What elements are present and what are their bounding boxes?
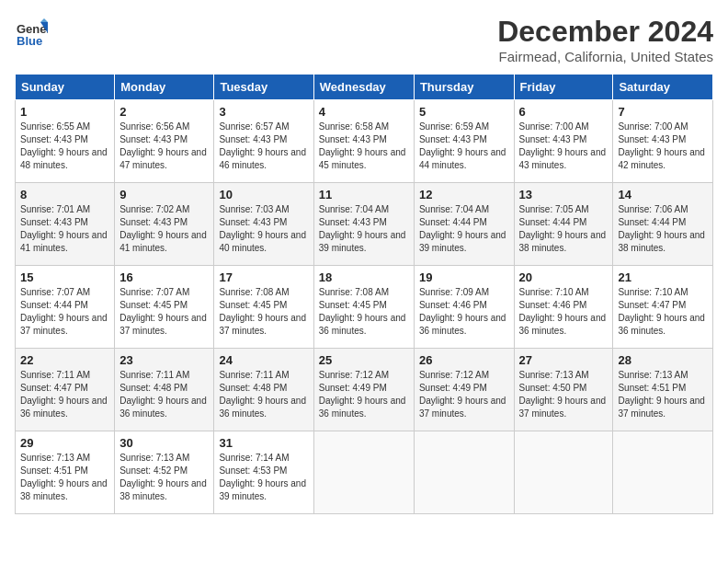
day-info: Sunrise: 7:13 AM Sunset: 4:52 PM Dayligh… [119,452,209,503]
calendar-cell: 5 Sunrise: 6:59 AM Sunset: 4:43 PM Dayli… [414,100,514,183]
day-info: Sunrise: 7:13 AM Sunset: 4:51 PM Dayligh… [20,452,109,503]
day-number: 16 [119,270,209,284]
calendar-cell: 14 Sunrise: 7:06 AM Sunset: 4:44 PM Dayl… [613,183,713,266]
day-number: 7 [618,105,708,119]
weekday-header-friday: Friday [514,75,613,100]
day-number: 27 [519,353,609,367]
day-info: Sunrise: 7:07 AM Sunset: 4:45 PM Dayligh… [119,286,209,338]
day-info: Sunrise: 7:11 AM Sunset: 4:47 PM Dayligh… [20,369,109,420]
weekday-header-sunday: Sunday [16,75,115,100]
day-info: Sunrise: 7:14 AM Sunset: 4:53 PM Dayligh… [219,452,308,503]
day-number: 12 [419,188,509,201]
day-info: Sunrise: 7:11 AM Sunset: 4:48 PM Dayligh… [219,369,308,420]
day-number: 6 [519,105,609,119]
day-info: Sunrise: 7:06 AM Sunset: 4:44 PM Dayligh… [618,203,708,255]
calendar-week-2: 8 Sunrise: 7:01 AM Sunset: 4:43 PM Dayli… [16,183,713,266]
svg-text:Blue: Blue [17,34,42,48]
day-info: Sunrise: 7:04 AM Sunset: 4:43 PM Dayligh… [319,203,409,255]
day-info: Sunrise: 7:11 AM Sunset: 4:48 PM Dayligh… [119,369,209,420]
calendar-cell: 6 Sunrise: 7:00 AM Sunset: 4:43 PM Dayli… [514,100,613,183]
day-info: Sunrise: 6:57 AM Sunset: 4:43 PM Dayligh… [219,121,308,172]
day-info: Sunrise: 6:55 AM Sunset: 4:43 PM Dayligh… [20,121,109,172]
calendar-cell: 11 Sunrise: 7:04 AM Sunset: 4:43 PM Dayl… [313,183,414,266]
day-number: 9 [119,188,209,201]
day-number: 4 [319,105,409,119]
calendar-cell: 31 Sunrise: 7:14 AM Sunset: 4:53 PM Dayl… [214,431,313,514]
calendar-cell: 12 Sunrise: 7:04 AM Sunset: 4:44 PM Dayl… [414,183,514,266]
day-number: 18 [319,270,409,284]
day-number: 24 [219,353,308,367]
calendar-cell: 7 Sunrise: 7:00 AM Sunset: 4:43 PM Dayli… [613,100,713,183]
calendar-cell: 26 Sunrise: 7:12 AM Sunset: 4:49 PM Dayl… [414,349,514,431]
day-info: Sunrise: 6:58 AM Sunset: 4:43 PM Dayligh… [319,121,409,172]
day-info: Sunrise: 7:05 AM Sunset: 4:44 PM Dayligh… [519,203,609,255]
day-number: 17 [219,270,308,284]
calendar-table: SundayMondayTuesdayWednesdayThursdayFrid… [15,74,713,514]
calendar-cell: 22 Sunrise: 7:11 AM Sunset: 4:47 PM Dayl… [16,349,115,431]
calendar-cell: 28 Sunrise: 7:13 AM Sunset: 4:51 PM Dayl… [613,349,713,431]
logo: General Blue [15,15,48,48]
day-info: Sunrise: 7:09 AM Sunset: 4:46 PM Dayligh… [419,286,509,338]
day-info: Sunrise: 7:03 AM Sunset: 4:43 PM Dayligh… [219,203,308,255]
weekday-header-row: SundayMondayTuesdayWednesdayThursdayFrid… [16,75,713,100]
weekday-header-thursday: Thursday [414,75,514,100]
calendar-cell: 18 Sunrise: 7:08 AM Sunset: 4:45 PM Dayl… [313,266,414,349]
calendar-cell: 8 Sunrise: 7:01 AM Sunset: 4:43 PM Dayli… [16,183,115,266]
day-number: 30 [119,436,209,450]
day-number: 13 [519,188,609,201]
page-header: General Blue December 2024 Fairmead, Cal… [15,15,713,64]
logo-icon: General Blue [15,15,48,48]
day-info: Sunrise: 7:13 AM Sunset: 4:50 PM Dayligh… [519,369,609,420]
day-number: 15 [20,270,109,284]
calendar-cell: 29 Sunrise: 7:13 AM Sunset: 4:51 PM Dayl… [16,431,115,514]
day-number: 14 [618,188,708,201]
calendar-cell: 16 Sunrise: 7:07 AM Sunset: 4:45 PM Dayl… [115,266,214,349]
day-number: 2 [119,105,209,119]
day-info: Sunrise: 7:01 AM Sunset: 4:43 PM Dayligh… [20,203,109,255]
calendar-week-1: 1 Sunrise: 6:55 AM Sunset: 4:43 PM Dayli… [16,100,713,183]
calendar-cell: 27 Sunrise: 7:13 AM Sunset: 4:50 PM Dayl… [514,349,613,431]
day-number: 26 [419,353,509,367]
calendar-cell: 21 Sunrise: 7:10 AM Sunset: 4:47 PM Dayl… [613,266,713,349]
page-title: December 2024 [497,15,713,49]
day-info: Sunrise: 7:12 AM Sunset: 4:49 PM Dayligh… [319,369,409,420]
calendar-cell: 30 Sunrise: 7:13 AM Sunset: 4:52 PM Dayl… [115,431,214,514]
day-info: Sunrise: 7:10 AM Sunset: 4:47 PM Dayligh… [618,286,708,338]
day-info: Sunrise: 7:12 AM Sunset: 4:49 PM Dayligh… [419,369,509,420]
calendar-cell [414,431,514,514]
title-area: December 2024 Fairmead, California, Unit… [497,15,713,64]
day-info: Sunrise: 7:08 AM Sunset: 4:45 PM Dayligh… [219,286,308,338]
calendar-cell: 24 Sunrise: 7:11 AM Sunset: 4:48 PM Dayl… [214,349,313,431]
day-number: 11 [319,188,409,201]
day-info: Sunrise: 7:10 AM Sunset: 4:46 PM Dayligh… [519,286,609,338]
day-info: Sunrise: 7:04 AM Sunset: 4:44 PM Dayligh… [419,203,509,255]
svg-marker-3 [40,18,48,22]
day-number: 29 [20,436,109,450]
day-info: Sunrise: 7:02 AM Sunset: 4:43 PM Dayligh… [119,203,209,255]
calendar-cell: 2 Sunrise: 6:56 AM Sunset: 4:43 PM Dayli… [115,100,214,183]
day-number: 19 [419,270,509,284]
calendar-cell: 4 Sunrise: 6:58 AM Sunset: 4:43 PM Dayli… [313,100,414,183]
day-info: Sunrise: 7:08 AM Sunset: 4:45 PM Dayligh… [319,286,409,338]
day-number: 8 [20,188,109,201]
weekday-header-wednesday: Wednesday [313,75,414,100]
calendar-cell: 3 Sunrise: 6:57 AM Sunset: 4:43 PM Dayli… [214,100,313,183]
day-number: 20 [519,270,609,284]
day-info: Sunrise: 7:00 AM Sunset: 4:43 PM Dayligh… [618,121,708,172]
calendar-cell: 25 Sunrise: 7:12 AM Sunset: 4:49 PM Dayl… [313,349,414,431]
day-number: 5 [419,105,509,119]
calendar-cell [613,431,713,514]
day-info: Sunrise: 7:00 AM Sunset: 4:43 PM Dayligh… [519,121,609,172]
calendar-week-4: 22 Sunrise: 7:11 AM Sunset: 4:47 PM Dayl… [16,349,713,431]
calendar-cell: 10 Sunrise: 7:03 AM Sunset: 4:43 PM Dayl… [214,183,313,266]
day-number: 31 [219,436,308,450]
day-info: Sunrise: 7:07 AM Sunset: 4:44 PM Dayligh… [20,286,109,338]
day-number: 28 [618,353,708,367]
weekday-header-monday: Monday [115,75,214,100]
day-info: Sunrise: 6:59 AM Sunset: 4:43 PM Dayligh… [419,121,509,172]
day-number: 23 [119,353,209,367]
calendar-cell: 1 Sunrise: 6:55 AM Sunset: 4:43 PM Dayli… [16,100,115,183]
day-info: Sunrise: 7:13 AM Sunset: 4:51 PM Dayligh… [618,369,708,420]
calendar-cell: 23 Sunrise: 7:11 AM Sunset: 4:48 PM Dayl… [115,349,214,431]
calendar-cell: 15 Sunrise: 7:07 AM Sunset: 4:44 PM Dayl… [16,266,115,349]
